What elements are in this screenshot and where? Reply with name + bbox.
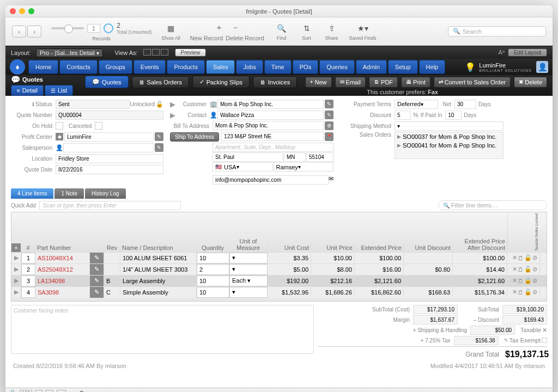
- country-field[interactable]: 🇺🇸 USA ▾: [213, 162, 273, 171]
- nav-time[interactable]: Time: [264, 60, 292, 74]
- record-slider[interactable]: [51, 27, 84, 29]
- nav-home[interactable]: Home: [28, 60, 58, 74]
- table-row[interactable]: ▶ 2 AS25048X12 ✎ 1/4" ALUM SHEET 3003 2 …: [11, 264, 547, 275]
- gear-icon[interactable]: ⚙: [325, 121, 333, 130]
- play-icon[interactable]: ▶: [11, 287, 21, 298]
- preview-button[interactable]: Preview: [175, 48, 207, 57]
- so-item[interactable]: SO00037 for Mom & Pop Shop Inc.: [395, 132, 503, 141]
- quote-date-field[interactable]: 8/22/2016: [56, 165, 163, 174]
- status-field[interactable]: Sent: [56, 100, 130, 109]
- zoom-level[interactable]: 100: [20, 390, 32, 393]
- sort-icon[interactable]: ⇅: [299, 22, 314, 34]
- table-row[interactable]: ▶ 1 AS10048X14 ✎ 100 ALUM SHEET 6061 10 …: [11, 252, 547, 264]
- tab-lineitems[interactable]: 4 Line Items: [11, 188, 53, 199]
- edit-layout-button[interactable]: Edit Layout: [508, 48, 547, 57]
- lock-icon[interactable]: 🔒: [524, 277, 532, 284]
- salesperson-field[interactable]: [63, 143, 154, 152]
- nav-products[interactable]: Products: [167, 60, 204, 74]
- pdf-button[interactable]: 🗎 PDF: [369, 77, 398, 88]
- list-button[interactable]: ☰ List: [45, 85, 73, 96]
- apt-field[interactable]: Apartment, Suite, Dept., Mailstop: [213, 143, 333, 152]
- county-field[interactable]: Ramsey ▾: [274, 162, 334, 171]
- sales-orders-list[interactable]: SO00037 for Mom & Pop Shop Inc.SO00041 f…: [395, 132, 504, 159]
- quickadd-input[interactable]: Scan or type, then press Enter: [39, 201, 181, 210]
- note-icon[interactable]: 🗒: [518, 278, 524, 284]
- nav-help[interactable]: Help: [419, 60, 446, 74]
- close-icon[interactable]: ✕: [542, 327, 547, 334]
- shipto-button[interactable]: Ship To Address: [170, 132, 219, 142]
- flame-icon[interactable]: ♦: [10, 59, 25, 75]
- tab-salesorders[interactable]: 🗎 Sales Orders: [132, 76, 189, 88]
- find-icon[interactable]: 🔍: [274, 22, 289, 34]
- taxexempt-checkbox[interactable]: [542, 338, 547, 343]
- terms-field[interactable]: Deferred ▾: [395, 100, 438, 109]
- nav-sales[interactable]: Sales: [206, 60, 235, 74]
- location-field[interactable]: Fridley Store: [56, 154, 163, 163]
- note-icon[interactable]: 🗒: [518, 255, 524, 261]
- toggle-icon[interactable]: ▭: [57, 390, 66, 393]
- layout-selector[interactable]: Pro - |Sal...tes Detail ▾: [36, 48, 102, 57]
- street-field[interactable]: 123 M&P Street NE: [221, 132, 324, 141]
- state-field[interactable]: MN: [284, 152, 306, 162]
- add-row-icon[interactable]: +: [11, 243, 21, 252]
- nav-groups[interactable]: Groups: [99, 60, 132, 74]
- delete-icon[interactable]: ⊘: [532, 289, 537, 296]
- nav-jobs[interactable]: Jobs: [236, 60, 263, 74]
- close-icon[interactable]: ✕: [512, 289, 517, 296]
- edit-icon[interactable]: ✎: [325, 100, 333, 108]
- lock-icon[interactable]: 🔓: [524, 266, 532, 273]
- email-field[interactable]: info@mompopshopinc.com: [213, 175, 329, 185]
- filter-input[interactable]: 🔍 Filter line items…: [438, 200, 547, 210]
- edit-icon[interactable]: ✎: [155, 143, 163, 152]
- edit-icon[interactable]: ✎: [90, 253, 104, 264]
- edit-icon[interactable]: ✎: [325, 111, 333, 119]
- nav-setup[interactable]: Setup: [388, 60, 418, 74]
- note-icon[interactable]: 🗒: [518, 266, 524, 273]
- play-icon[interactable]: ▶: [11, 275, 21, 286]
- record-number[interactable]: 1: [87, 24, 100, 33]
- edit-icon[interactable]: ✎: [155, 132, 163, 141]
- tab-note[interactable]: 1 Note: [54, 188, 83, 199]
- so-item[interactable]: SO00041 for Mom & Pop Shop Inc.: [395, 141, 503, 150]
- email-button[interactable]: ✉ Email: [335, 77, 366, 88]
- delete-icon[interactable]: ⊘: [532, 277, 537, 284]
- nav-events[interactable]: Events: [134, 60, 166, 74]
- zoom-out-icon[interactable]: −: [35, 390, 43, 393]
- mail-icon[interactable]: ✉: [329, 175, 333, 185]
- convert-button[interactable]: ⇄ Convert to Sales Order: [434, 77, 511, 88]
- search-input[interactable]: 🔍 Search: [448, 26, 546, 36]
- show-all-icon[interactable]: ▦: [163, 22, 178, 34]
- play-icon[interactable]: ▶: [11, 264, 21, 275]
- table-row[interactable]: ▶ 4 SA3098 ✎ C Simple Assembly 10 ▾ $1,5…: [11, 286, 547, 298]
- edit-icon[interactable]: ✎: [90, 275, 104, 286]
- print-button[interactable]: 🖶 Print: [401, 77, 430, 88]
- lock-icon[interactable]: 🔓: [524, 254, 532, 261]
- nav-contacts[interactable]: Contacts: [59, 60, 97, 74]
- view-as-icons[interactable]: [143, 49, 169, 57]
- city-field[interactable]: St. Paul: [213, 152, 283, 162]
- discount-field[interactable]: 5: [395, 111, 411, 120]
- ifpaid-field[interactable]: 10: [445, 111, 462, 120]
- zoom-in-icon[interactable]: +: [46, 390, 53, 393]
- delete-icon[interactable]: ⊘: [532, 254, 537, 261]
- table-row[interactable]: ▶ 3 LA134098 ✎ B Large Assembly 10 Each …: [11, 275, 547, 286]
- map-pin-icon[interactable]: 📍: [325, 132, 333, 141]
- lock-icon[interactable]: 🔓: [524, 289, 532, 296]
- customer-field[interactable]: Mom & Pop Shop Inc.: [217, 100, 324, 109]
- nav-admin[interactable]: Admin: [356, 60, 387, 74]
- avatar-icon[interactable]: 👤: [536, 61, 548, 73]
- zip-field[interactable]: 55104: [306, 152, 333, 162]
- net-field[interactable]: 30: [454, 100, 476, 109]
- nav-pos[interactable]: POs: [293, 60, 318, 74]
- share-icon[interactable]: ⇪: [324, 22, 339, 34]
- new-button[interactable]: + New: [305, 77, 332, 88]
- edit-icon[interactable]: ✎: [90, 287, 104, 298]
- delete-button[interactable]: ✖ Delete: [514, 77, 547, 88]
- tab-quotes[interactable]: 💬 Quotes: [85, 76, 128, 88]
- next-record-button[interactable]: ›: [27, 26, 41, 38]
- formatting-icon[interactable]: Aᵃ: [499, 49, 505, 56]
- delete-record-icon[interactable]: －: [228, 22, 243, 34]
- note-icon[interactable]: 🗒: [518, 289, 524, 296]
- profit-field[interactable]: LuminFire: [64, 132, 154, 142]
- tab-invoices[interactable]: 🗎 Invoices: [253, 76, 297, 88]
